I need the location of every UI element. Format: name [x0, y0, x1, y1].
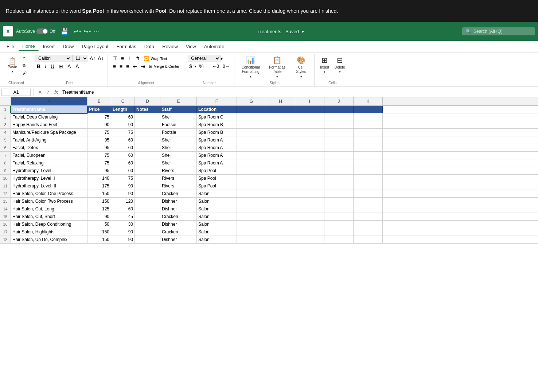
delete-cells-button[interactable]: ⊟ Delete ▾ — [333, 55, 347, 75]
cell-c10[interactable]: 75 — [111, 175, 135, 182]
cell-a1[interactable]: TreatmentName — [11, 106, 87, 113]
cell-f8[interactable]: Spa Room A — [197, 159, 237, 167]
font-name-select[interactable]: Calibri — [35, 55, 71, 62]
cell-k13[interactable] — [354, 198, 383, 205]
cell-b15[interactable]: 90 — [87, 213, 111, 220]
format-painter-button[interactable]: 🖌 — [21, 70, 28, 76]
menu-file[interactable]: File — [3, 42, 18, 51]
cell-f7[interactable]: Spa Room A — [197, 152, 237, 159]
cell-g14[interactable] — [237, 205, 266, 213]
cell-a14[interactable]: Hair Salon, Cut, Long — [11, 205, 87, 213]
cell-d1[interactable]: Notes — [135, 106, 160, 113]
cell-d8[interactable] — [135, 159, 160, 167]
cell-i12[interactable] — [295, 190, 324, 197]
cell-i4[interactable] — [295, 129, 324, 136]
cell-j8[interactable] — [324, 159, 354, 167]
cell-j10[interactable] — [324, 175, 354, 182]
menu-draw[interactable]: Draw — [59, 42, 77, 51]
cell-b11[interactable]: 175 — [87, 182, 111, 190]
decrease-font-button[interactable]: A↓ — [97, 55, 104, 62]
currency-button[interactable]: $ — [188, 63, 194, 70]
cell-c13[interactable]: 120 — [111, 198, 135, 205]
align-right-button[interactable]: ≡ — [125, 63, 130, 70]
cell-d15[interactable] — [135, 213, 160, 220]
cell-f1[interactable]: Location — [197, 106, 237, 113]
cell-i15[interactable] — [295, 213, 324, 220]
cell-h1[interactable] — [266, 106, 295, 113]
cell-c6[interactable]: 60 — [111, 144, 135, 151]
border-button[interactable]: ⊞ — [57, 63, 65, 70]
cell-i1[interactable] — [295, 106, 324, 113]
cell-e7[interactable]: Shell — [160, 152, 197, 159]
cell-c8[interactable]: 60 — [111, 159, 135, 167]
cell-i11[interactable] — [295, 182, 324, 190]
cell-f18[interactable]: Salon — [197, 236, 237, 243]
cell-g3[interactable] — [237, 121, 266, 128]
cell-b5[interactable]: 95 — [87, 136, 111, 144]
cell-k11[interactable] — [354, 182, 383, 190]
cell-j12[interactable] — [324, 190, 354, 197]
align-center-button[interactable]: ≡ — [118, 63, 124, 70]
cell-d2[interactable] — [135, 113, 160, 121]
cell-c4[interactable]: 75 — [111, 129, 135, 136]
cell-e5[interactable]: Shell — [160, 136, 197, 144]
cell-g18[interactable] — [237, 236, 266, 243]
save-button[interactable]: 💾 — [58, 27, 71, 36]
cell-f4[interactable]: Spa Room B — [197, 129, 237, 136]
cell-j9[interactable] — [324, 167, 354, 174]
col-header-f[interactable]: F — [197, 97, 237, 105]
cell-e2[interactable]: Shell — [160, 113, 197, 121]
formula-content[interactable]: TreatmentName — [61, 89, 537, 96]
menu-page-layout[interactable]: Page Layout — [78, 42, 112, 51]
cell-j3[interactable] — [324, 121, 354, 128]
cell-g12[interactable] — [237, 190, 266, 197]
cell-d13[interactable] — [135, 198, 160, 205]
cell-c11[interactable]: 90 — [111, 182, 135, 190]
cell-e4[interactable]: Footsie — [160, 129, 197, 136]
redo-dropdown[interactable]: ▾ — [89, 29, 91, 34]
cell-h6[interactable] — [266, 144, 295, 151]
cell-a8[interactable]: Facial, Relaxing — [11, 159, 87, 167]
cell-k6[interactable] — [354, 144, 383, 151]
cell-k8[interactable] — [354, 159, 383, 167]
cell-f9[interactable]: Spa Pool — [197, 167, 237, 174]
cell-j7[interactable] — [324, 152, 354, 159]
cell-j5[interactable] — [324, 136, 354, 144]
cut-button[interactable]: ✂ — [21, 55, 28, 61]
cell-g11[interactable] — [237, 182, 266, 190]
cell-c1[interactable]: Length — [111, 106, 135, 113]
menu-insert[interactable]: Insert — [39, 42, 59, 51]
cell-b7[interactable]: 75 — [87, 152, 111, 159]
cell-h16[interactable] — [266, 221, 295, 228]
font-size-select[interactable]: 11 — [72, 55, 88, 62]
cell-k2[interactable] — [354, 113, 383, 121]
cell-h8[interactable] — [266, 159, 295, 167]
cell-k18[interactable] — [354, 236, 383, 243]
cell-g16[interactable] — [237, 221, 266, 228]
col-header-b[interactable]: B — [87, 97, 111, 105]
cell-c15[interactable]: 45 — [111, 213, 135, 220]
cell-i3[interactable] — [295, 121, 324, 128]
cell-k16[interactable] — [354, 221, 383, 228]
cell-a17[interactable]: Hair Salon, Highlights — [11, 228, 87, 236]
format-as-table-button[interactable]: 📋 Format as Table ▾ — [266, 55, 288, 79]
delete-dropdown[interactable]: ▾ — [339, 70, 341, 74]
cell-h14[interactable] — [266, 205, 295, 213]
undo-dropdown[interactable]: ▾ — [79, 29, 81, 34]
cell-g13[interactable] — [237, 198, 266, 205]
col-header-g[interactable]: G — [237, 97, 266, 105]
cell-b16[interactable]: 50 — [87, 221, 111, 228]
align-middle-button[interactable]: ≡ — [120, 55, 125, 62]
cell-b10[interactable]: 140 — [87, 175, 111, 182]
cell-e17[interactable]: Cracken — [160, 228, 197, 236]
redo-button[interactable]: ↪ — [83, 28, 88, 35]
cell-h9[interactable] — [266, 167, 295, 174]
cell-c12[interactable]: 90 — [111, 190, 135, 197]
cell-f2[interactable]: Spa Room C — [197, 113, 237, 121]
cell-k12[interactable] — [354, 190, 383, 197]
cell-a15[interactable]: Hair Salon, Cut, Short — [11, 213, 87, 220]
cell-j1[interactable] — [324, 106, 354, 113]
cell-a13[interactable]: Hair Salon, Color, Two Process — [11, 198, 87, 205]
cell-i14[interactable] — [295, 205, 324, 213]
cell-b4[interactable]: 75 — [87, 129, 111, 136]
